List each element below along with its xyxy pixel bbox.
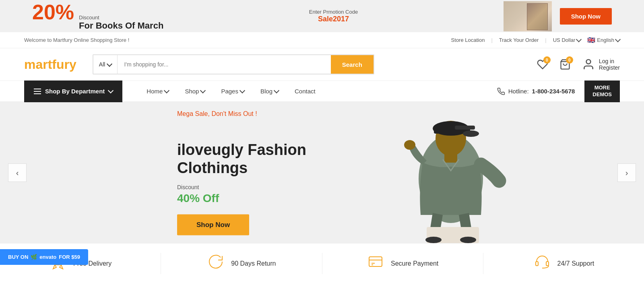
more-demos-button[interactable]: MORE DEMOS (584, 81, 620, 102)
logo-accent: fury (52, 57, 76, 72)
flag-icon: 🇬🇧 (587, 36, 595, 44)
sep2: | (545, 37, 546, 43)
cart-badge: 0 (566, 56, 573, 64)
nav-blog[interactable]: Blog (252, 81, 287, 102)
header: martfury All Search 0 0 (0, 48, 644, 81)
wishlist-button[interactable]: 0 (537, 59, 548, 70)
shop-by-department-button[interactable]: Shop By Department (24, 81, 122, 102)
shield-icon (367, 253, 384, 274)
banner-discount-label: Discount (79, 14, 163, 21)
envato-buy-button[interactable]: BUY ON 🌿 envato FOR $59 (0, 249, 88, 265)
banner-right: Shop Now (504, 1, 612, 31)
lang-chevron-icon (615, 37, 621, 42)
feature-support-label: 24/7 Support (557, 260, 594, 267)
svg-point-1 (586, 60, 591, 64)
search-bar: All Search (93, 54, 374, 74)
hero-tag: Mega Sale, Don't Miss Out ! (177, 110, 306, 118)
banner-promo: Enter Prmotion Code Sale2017 (309, 9, 358, 23)
hero-slider: ‹ Mega Sale, Don't Miss Out ! iloveugly … (0, 102, 644, 243)
logo[interactable]: martfury (24, 57, 76, 72)
cart-button[interactable]: 0 (559, 59, 571, 70)
search-category-dropdown[interactable]: All (93, 55, 118, 74)
hero-discount-value: 40% Off (177, 192, 306, 204)
svg-rect-3 (34, 91, 41, 92)
blog-chevron-icon (274, 88, 279, 93)
currency-chevron-icon (576, 37, 582, 42)
banner-shop-now-button[interactable]: Shop Now (560, 8, 612, 25)
banner-book-image (504, 1, 552, 31)
svg-rect-17 (369, 257, 382, 266)
language-select[interactable]: 🇬🇧 English (587, 36, 620, 44)
hero-figure (374, 106, 543, 243)
main-nav: Home Shop Pages Blog Contact (122, 81, 497, 102)
hero-title: iloveugly Fashion Clothings (177, 122, 306, 178)
svg-rect-4 (34, 93, 41, 94)
envato-leaf-icon: 🌿 (31, 254, 37, 260)
banner-offer: 20% Discount For Books Of March (32, 2, 163, 31)
sep1: | (491, 37, 492, 43)
account-section[interactable]: Log in Register (582, 58, 620, 71)
track-order-link[interactable]: Track Your Order (499, 37, 539, 43)
hero-shop-now-button[interactable]: Shop Now (177, 214, 249, 235)
svg-rect-11 (444, 154, 457, 163)
language-label: English (597, 37, 614, 43)
feature-return-label: 90 Days Return (231, 260, 276, 267)
nav-contact[interactable]: Contact (287, 81, 324, 102)
headset-icon (533, 253, 551, 274)
svg-point-12 (404, 140, 415, 150)
svg-point-10 (463, 130, 479, 137)
hotline-number: 1-800-234-5678 (532, 88, 575, 95)
pages-chevron-icon (239, 88, 245, 93)
search-input[interactable] (118, 61, 330, 68)
hero-next-button[interactable]: › (617, 163, 636, 182)
nav-shop[interactable]: Shop (177, 81, 213, 102)
feature-support: 24/7 Support (483, 253, 644, 274)
svg-rect-21 (536, 262, 538, 266)
hero-prev-button[interactable]: ‹ (8, 163, 27, 182)
currency-label: US Dollar (553, 37, 576, 43)
nav-bar: Shop By Department Home Shop Pages Blog … (0, 81, 644, 102)
feature-return: 90 Days Return (161, 253, 322, 274)
logo-main: mart (24, 57, 52, 72)
currency-select[interactable]: US Dollar (553, 37, 581, 43)
hotline: Hotline: 1-800-234-5678 (497, 87, 575, 95)
search-category-chevron-icon (107, 61, 112, 66)
shop-chevron-icon (200, 88, 206, 93)
phone-icon (497, 87, 505, 95)
svg-point-14 (425, 237, 442, 243)
hotline-label: Hotline: (508, 88, 529, 95)
hero-man-svg (374, 106, 527, 243)
account-text: Log in Register (599, 58, 620, 71)
store-location-link[interactable]: Store Location (451, 37, 485, 43)
svg-rect-9 (455, 126, 475, 130)
envato-site-label: envato (39, 254, 56, 260)
svg-point-15 (460, 237, 476, 243)
features-bar: Free Delivery 90 Days Return Secure Paym… (0, 243, 644, 283)
feature-payment-label: Secure Payment (391, 260, 438, 267)
header-actions: 0 0 Log in Register (537, 58, 620, 71)
nav-home[interactable]: Home (138, 81, 177, 102)
top-banner: 20% Discount For Books Of March Enter Pr… (0, 0, 644, 32)
svg-rect-22 (546, 262, 549, 266)
banner-title: For Books Of March (79, 21, 163, 31)
info-bar-right: Store Location | Track Your Order | US D… (451, 36, 620, 44)
banner-percent: 20% (32, 2, 74, 23)
user-icon (582, 58, 595, 71)
envato-buy-label: BUY ON (8, 254, 28, 260)
refresh-icon (207, 253, 225, 274)
envato-price-label: FOR $59 (59, 254, 80, 260)
shop-dept-label: Shop By Department (45, 88, 105, 95)
register-link[interactable]: Register (599, 64, 620, 71)
hero-content: Mega Sale, Don't Miss Out ! iloveugly Fa… (177, 110, 306, 235)
svg-rect-2 (34, 89, 41, 89)
shop-dept-chevron-icon (108, 88, 114, 93)
search-category-label: All (99, 61, 105, 68)
hero-discount-label: Discount (177, 184, 306, 190)
login-link[interactable]: Log in (599, 58, 614, 64)
menu-icon (34, 89, 41, 94)
feature-payment: Secure Payment (322, 253, 483, 274)
nav-pages[interactable]: Pages (213, 81, 252, 102)
search-button[interactable]: Search (331, 55, 374, 74)
welcome-text: Welcome to Martfury Online Shopping Stor… (24, 37, 129, 43)
wishlist-badge: 0 (543, 56, 551, 64)
